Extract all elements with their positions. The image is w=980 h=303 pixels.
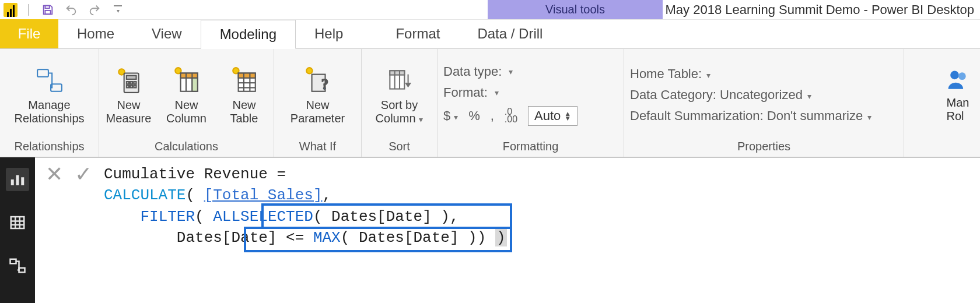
svg-point-33 [950,71,959,79]
data-category-dropdown[interactable]: Data Category: Uncategorized ▾ [630,87,872,103]
new-measure-label: New Measure [106,98,152,125]
group-label-calculations: Calculations [105,138,268,157]
svg-rect-6 [126,76,136,79]
manage-relationships-label: Manage Relationships [14,98,84,125]
svg-point-26 [306,68,312,73]
new-parameter-button[interactable]: ? New Parameter [280,65,355,125]
quick-access-toolbar: ▾ [0,0,126,19]
manage-roles-label: Man Rol [947,96,970,123]
dax-matching-paren: ) [495,229,507,246]
svg-rect-0 [45,5,49,8]
format-dropdown[interactable]: Format:▾ [443,85,578,100]
window-title: May 2018 Learning Summit Demo - Power BI… [663,0,980,19]
dax-keyword-filter: FILTER [140,208,195,226]
sort-icon [384,65,415,96]
svg-rect-2 [37,69,48,77]
thousands-button[interactable]: , [491,108,494,124]
manage-roles-button[interactable]: Man Rol [942,68,974,123]
dax-keyword-allselected: ALLSELECTED [213,208,313,226]
ribbon: Manage Relationships Relationships New M… [0,49,980,157]
svg-rect-8 [130,82,132,84]
group-label-properties: Properties [630,138,898,157]
group-label-relationships: Relationships [6,138,93,157]
data-view-button[interactable] [6,211,29,234]
tab-help[interactable]: Help [296,19,362,48]
table-column-icon [171,65,202,96]
group-label-sort: Sort [368,138,431,157]
formula-cancel-button[interactable]: ✕ [46,164,63,185]
contextual-tools-tab: Visual tools [488,0,663,19]
view-switcher [0,157,35,303]
tab-view[interactable]: View [133,19,201,48]
svg-rect-35 [11,179,14,185]
new-column-label: New Column [166,98,206,125]
parameter-icon: ? [302,65,334,96]
new-measure-button[interactable]: New Measure [105,65,152,125]
formula-bar-area: ✕ ✓ Cumulative Revenue = CALCULATE( [Tot… [35,157,980,303]
data-type-label: Data type: [443,64,502,79]
manage-relationships-button[interactable]: Manage Relationships [6,65,93,125]
tab-data-drill[interactable]: Data / Drill [459,19,561,48]
default-summarization-dropdown[interactable]: Default Summarization: Don't summarize ▾ [630,108,872,124]
redo-icon[interactable] [86,2,103,18]
sort-by-column-button[interactable]: Sort by Column ▾ [368,65,431,125]
save-icon[interactable] [40,2,56,18]
formula-commit-button[interactable]: ✓ [75,164,92,185]
tab-modeling[interactable]: Modeling [201,20,296,49]
svg-rect-18 [192,78,197,91]
svg-text:?: ? [321,76,328,92]
format-label: Format: [443,85,488,100]
qat-separator [28,4,29,16]
svg-rect-21 [238,73,255,78]
svg-point-34 [958,72,966,80]
group-formatting: Data type:▾ Format:▾ $ ▾ % , .0.00 Auto … [438,49,624,157]
currency-button[interactable]: $ ▾ [443,108,458,124]
calculator-icon [113,65,145,96]
dax-line-1: Cumulative Revenue = [104,165,295,183]
new-parameter-label: New Parameter [290,98,345,125]
roles-icon [945,68,971,96]
svg-rect-7 [126,82,128,84]
tab-format[interactable]: Format [377,19,459,48]
percent-button[interactable]: % [468,108,480,124]
dax-keyword-calculate: CALCULATE [104,186,186,204]
stepper-arrows-icon[interactable]: ▲▼ [564,111,571,121]
dax-editor[interactable]: Cumulative Revenue = CALCULATE( [Total S… [104,164,507,249]
workspace: ✕ ✓ Cumulative Revenue = CALCULATE( [Tot… [0,157,980,303]
svg-rect-36 [16,175,19,186]
new-table-button[interactable]: New Table [220,65,268,125]
app-logo-icon [4,3,18,17]
dax-measure-ref: [Total Sales] [204,186,323,204]
undo-icon[interactable] [63,2,79,18]
svg-rect-44 [19,268,25,273]
svg-rect-10 [126,85,128,87]
data-type-dropdown[interactable]: Data type:▾ [443,64,578,79]
decimal-places-stepper[interactable]: Auto ▲▼ [528,106,578,126]
group-label-formatting: Formatting [443,138,618,157]
tab-file[interactable]: File [0,19,58,48]
svg-rect-37 [21,177,24,185]
group-label-whatif: What If [280,138,355,157]
tab-home[interactable]: Home [58,19,133,48]
ribbon-tabs: File Home View Modeling Help Format Data… [0,20,980,49]
decimals-icon: .0.00 [505,108,517,124]
title-bar: ▾ Visual tools May 2018 Learning Summit … [0,0,980,20]
group-sort: Sort by Column ▾ Sort [362,49,438,157]
customize-qat-icon[interactable]: ▾ [110,2,126,18]
new-table-label: New Table [230,98,258,125]
svg-rect-1 [45,10,50,13]
group-label-security [910,138,974,157]
home-table-dropdown[interactable]: Home Table: ▾ [630,66,872,82]
group-security: Man Rol [904,49,980,157]
svg-rect-12 [134,85,136,87]
table-icon [229,65,260,96]
svg-rect-9 [134,82,136,84]
decimal-auto-label: Auto [534,108,561,124]
group-properties: Home Table: ▾ Data Category: Uncategoriz… [624,49,904,157]
svg-rect-30 [390,71,404,75]
report-view-button[interactable] [6,168,29,191]
new-column-button[interactable]: New Column [163,65,210,125]
dax-keyword-max: MAX [313,229,341,246]
model-view-button[interactable] [6,254,29,277]
group-relationships: Manage Relationships Relationships [0,49,99,157]
